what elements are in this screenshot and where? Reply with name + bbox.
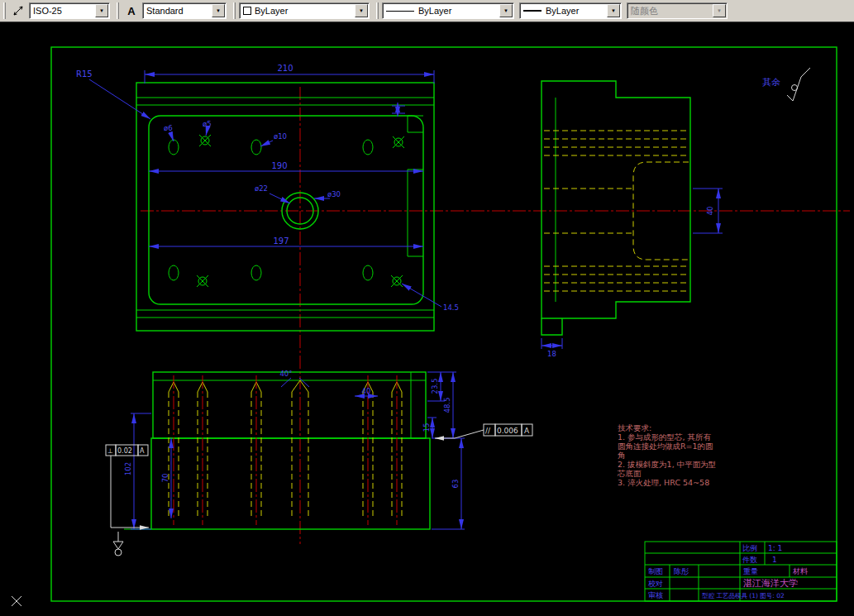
drawing-canvas[interactable]: 210 R15 ø6 ø5 ø10 190 ø22 ø30 197 14.5 bbox=[0, 22, 854, 616]
linetype-control-combo[interactable]: ByLayer ▼ bbox=[382, 2, 514, 19]
text-style-icon[interactable]: A bbox=[122, 2, 141, 20]
chevron-down-icon[interactable]: ▼ bbox=[499, 4, 513, 17]
text-style-value: Standard bbox=[146, 6, 210, 16]
dim-70-label: 70 bbox=[161, 474, 169, 483]
fcf-perp-tolerance: 0.02 bbox=[117, 447, 132, 455]
dimension-icon bbox=[12, 4, 25, 17]
dim-40deg-label: 40° bbox=[279, 370, 292, 378]
lineweight-line-icon bbox=[523, 10, 542, 12]
chevron-down-icon[interactable]: ▼ bbox=[95, 4, 108, 17]
centerlines bbox=[141, 87, 850, 544]
tech-req-line: 3. 淬火处理, HRC 54~58 bbox=[618, 478, 709, 487]
dim-18-label: 18 bbox=[547, 350, 556, 358]
fcf-perp-symbol: ⊥ bbox=[107, 447, 113, 455]
color-swatch-icon bbox=[243, 7, 251, 15]
dim-style-combo[interactable]: ISO-25 ▼ bbox=[29, 2, 110, 19]
weight-label: 重量 bbox=[743, 567, 758, 575]
linetype-value: ByLayer bbox=[418, 6, 498, 16]
toolbar-grip[interactable] bbox=[233, 2, 236, 19]
core-hidden-lines bbox=[169, 380, 402, 518]
dim-d6-label: ø6 bbox=[164, 124, 173, 132]
side-view-dimensions: 40 18 bbox=[542, 189, 723, 358]
approver-label: 审核 bbox=[648, 591, 663, 599]
material-label: 材料 bbox=[792, 567, 808, 575]
surface-note-label: 其余 bbox=[762, 77, 780, 88]
dim-210-label: 210 bbox=[277, 64, 293, 73]
toolbar-grip[interactable] bbox=[3, 2, 6, 19]
datum-symbol bbox=[113, 532, 123, 556]
plotstyle-value: 随颜色 bbox=[631, 5, 711, 17]
chevron-down-icon[interactable]: ▼ bbox=[355, 4, 368, 17]
fcf-parallel-tolerance: 0.006 bbox=[497, 427, 518, 435]
fcf-perpendicularity: ⊥ 0.02 A bbox=[106, 445, 149, 528]
toolbar-grip[interactable] bbox=[376, 2, 379, 19]
tech-req-line: 圆角连接处均做成R=1的圆 bbox=[618, 442, 713, 451]
plan-view-dimensions: 210 R15 ø6 ø5 ø10 190 ø22 ø30 197 14.5 bbox=[76, 64, 459, 312]
tech-req-line: 角 bbox=[618, 451, 626, 460]
tech-req-line: 1. 参与成形的型芯, 其所有 bbox=[618, 432, 712, 442]
fcf-parallel-symbol: // bbox=[485, 427, 491, 435]
plotstyle-control-combo: 随颜色 ▼ bbox=[627, 2, 728, 19]
tech-req-line: 芯底面 bbox=[617, 469, 642, 478]
dim-40-bore-label: 40 bbox=[706, 207, 714, 216]
color-control-combo[interactable]: ByLayer ▼ bbox=[239, 2, 370, 19]
text-style-combo[interactable]: Standard ▼ bbox=[142, 2, 227, 19]
color-value: ByLayer bbox=[255, 6, 353, 16]
dim-14-5-label: 14.5 bbox=[443, 303, 459, 312]
dim-d30-label: ø30 bbox=[327, 190, 341, 198]
part-title: 型腔 工艺品模具 (1) 图号: 02 bbox=[702, 592, 785, 599]
scale-value: 1: 1 bbox=[768, 544, 782, 552]
qty-value: 1 bbox=[772, 556, 777, 564]
technical-requirements: 技术要求: 1. 参与成形的型芯, 其所有 圆角连接处均做成R=1的圆 角 2.… bbox=[617, 423, 716, 487]
fcf-parallel-datum: A bbox=[524, 427, 530, 435]
qty-label: 件数 bbox=[742, 556, 757, 564]
chevron-down-icon[interactable]: ▼ bbox=[607, 4, 620, 17]
side-view bbox=[542, 81, 690, 335]
dim-197-label: 197 bbox=[273, 236, 289, 246]
fcf-perp-datum: A bbox=[140, 447, 145, 455]
plan-view bbox=[136, 83, 434, 331]
dim-r15-label: R15 bbox=[76, 69, 93, 79]
dim-23-5-label: 23.5 bbox=[431, 379, 439, 394]
title-block: 比例 1: 1 件数 1 制图 陈彤 重量 材料 校对 湛江海洋大学 审核 型腔… bbox=[645, 542, 837, 601]
drafter-name: 陈彤 bbox=[674, 567, 689, 575]
checker-label: 校对 bbox=[648, 580, 663, 588]
dim-48-5-label: 48.5 bbox=[443, 398, 451, 413]
dim-15-label: 15 bbox=[422, 423, 431, 432]
drafter-label: 制图 bbox=[648, 567, 663, 575]
top-toolbar: ISO-25 ▼ A Standard ▼ ByLayer ▼ ByLayer … bbox=[0, 0, 854, 22]
dim-d22-label: ø22 bbox=[255, 184, 268, 193]
ucs-icon bbox=[12, 596, 21, 606]
front-view bbox=[124, 372, 430, 529]
tech-req-line: 技术要求: bbox=[618, 423, 651, 432]
lineweight-value: ByLayer bbox=[546, 6, 605, 16]
toolbar-grip[interactable] bbox=[117, 2, 119, 19]
dim-d10-label: ø10 bbox=[274, 132, 287, 141]
tech-req-line: 2. 拔模斜度为1, 中平面为型 bbox=[618, 460, 716, 469]
surface-finish-note: 其余 bbox=[762, 68, 810, 101]
cad-application-window: ISO-25 ▼ A Standard ▼ ByLayer ▼ ByLayer … bbox=[0, 0, 854, 616]
front-view-dimensions: 40° 40 23.5 48.5 15 63 102 70 bbox=[124, 370, 465, 529]
chevron-down-icon[interactable]: ▼ bbox=[212, 4, 225, 17]
scale-label: 比例 bbox=[742, 544, 757, 552]
lineweight-control-combo[interactable]: ByLayer ▼ bbox=[519, 2, 622, 19]
dim-d5-label: ø5 bbox=[203, 120, 212, 128]
model-space-canvas[interactable]: 210 R15 ø6 ø5 ø10 190 ø22 ø30 197 14.5 bbox=[0, 22, 854, 616]
dim-63-label: 63 bbox=[451, 480, 460, 489]
dim-102-label: 102 bbox=[124, 462, 132, 475]
school-name: 湛江海洋大学 bbox=[743, 578, 798, 589]
chevron-down-icon: ▼ bbox=[713, 4, 726, 17]
dim-style-value: ISO-25 bbox=[33, 6, 93, 16]
letter-a-icon: A bbox=[127, 5, 135, 17]
fcf-parallelism: // 0.006 A bbox=[435, 424, 532, 438]
dim-190-label: 190 bbox=[271, 161, 287, 170]
linetype-line-icon bbox=[386, 11, 414, 12]
dim-style-icon[interactable] bbox=[9, 2, 27, 20]
dim-40-core-label: 40 bbox=[362, 387, 371, 395]
